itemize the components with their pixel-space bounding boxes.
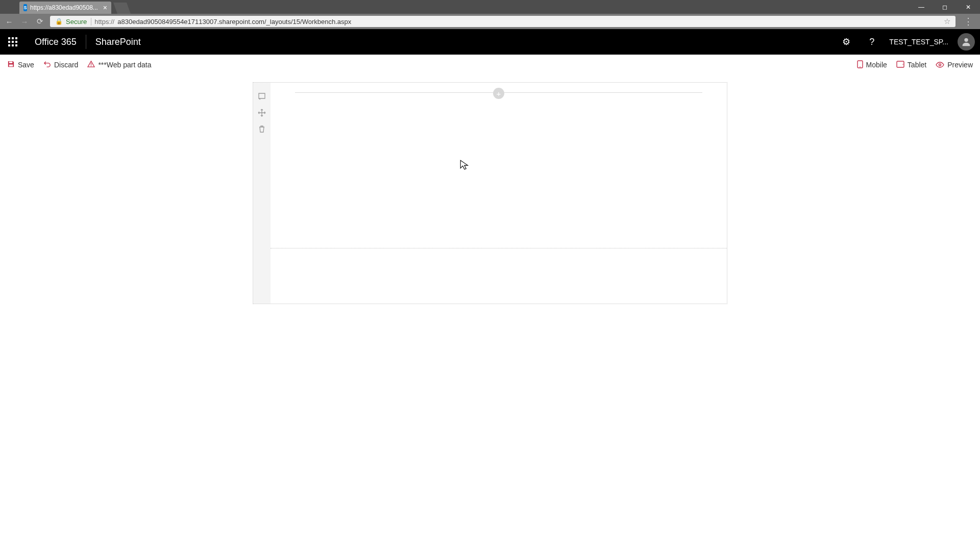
- address-bar[interactable]: 🔒 Secure https://a830edad9050849554e1711…: [50, 16, 955, 27]
- mouse-cursor: [459, 159, 471, 172]
- settings-button[interactable]: ⚙: [838, 34, 854, 50]
- svg-point-7: [939, 64, 941, 66]
- help-icon: ?: [869, 37, 874, 47]
- browser-tabstrip: S https://a830edad90508... × — ◻ ✕: [0, 0, 980, 14]
- svg-rect-2: [91, 65, 91, 66]
- browser-menu-icon[interactable]: ⋮: [961, 16, 976, 27]
- preview-label: Preview: [947, 61, 973, 69]
- eye-icon: [936, 61, 944, 69]
- suite-brand[interactable]: Office 365: [26, 35, 86, 49]
- waffle-icon: [8, 37, 17, 46]
- webpart-data-button[interactable]: ***Web part data: [87, 60, 151, 69]
- move-section-button[interactable]: [257, 108, 266, 117]
- window-maximize-icon[interactable]: ◻: [933, 0, 957, 14]
- command-bar: Save Discard ***Web part data Mobile T: [0, 55, 980, 75]
- mobile-icon: [857, 60, 863, 70]
- bookmark-star-icon[interactable]: ☆: [944, 17, 950, 26]
- section-toolbar: [253, 83, 271, 304]
- user-avatar[interactable]: [958, 33, 975, 51]
- reload-button[interactable]: ⟳: [35, 17, 45, 26]
- canvas-section[interactable]: +: [253, 82, 727, 304]
- webpart-data-label: ***Web part data: [98, 61, 151, 69]
- workbench-canvas-area: +: [0, 75, 980, 304]
- tab-title: https://a830edad90508...: [30, 4, 98, 11]
- secure-label: Secure: [66, 18, 91, 26]
- trash-icon: [258, 125, 265, 133]
- plus-icon: +: [497, 90, 501, 97]
- window-close-icon[interactable]: ✕: [957, 0, 980, 14]
- warning-icon: [87, 60, 95, 69]
- browser-tab[interactable]: S https://a830edad90508... ×: [19, 2, 111, 14]
- browser-toolbar: ← → ⟳ 🔒 Secure https://a830edad905084955…: [0, 14, 980, 29]
- move-icon: [258, 109, 266, 117]
- forward-button: →: [19, 17, 30, 26]
- edit-section-button[interactable]: [257, 92, 266, 101]
- person-icon: [961, 36, 972, 47]
- webpart-zone[interactable]: [286, 95, 712, 248]
- tablet-view-button[interactable]: Tablet: [896, 61, 926, 69]
- add-webpart-row: +: [286, 90, 712, 95]
- lock-icon: 🔒: [55, 18, 63, 25]
- tab-close-icon[interactable]: ×: [103, 4, 107, 12]
- canvas-frame: +: [253, 82, 727, 304]
- url-scheme: https://: [94, 18, 114, 26]
- window-minimize-icon[interactable]: —: [910, 0, 933, 14]
- undo-icon: [43, 60, 51, 69]
- section-content: +: [271, 83, 727, 304]
- svg-point-4: [860, 66, 861, 67]
- user-display-name[interactable]: TEST_TEST_SP...: [889, 38, 948, 46]
- back-button[interactable]: ←: [4, 17, 14, 26]
- svg-point-0: [964, 38, 968, 42]
- save-icon: [7, 60, 15, 69]
- delete-section-button[interactable]: [257, 124, 266, 134]
- svg-rect-1: [91, 63, 91, 65]
- suite-app-name[interactable]: SharePoint: [86, 37, 150, 47]
- add-webpart-button[interactable]: +: [493, 88, 504, 99]
- save-label: Save: [18, 61, 34, 69]
- mobile-view-button[interactable]: Mobile: [857, 60, 887, 70]
- tablet-label: Tablet: [908, 61, 926, 69]
- url-text: a830edad9050849554e17113007.sharepoint.c…: [117, 18, 351, 26]
- tab-favicon: S: [23, 4, 27, 11]
- suite-header: Office 365 SharePoint ⚙ ? TEST_TEST_SP..…: [0, 29, 980, 55]
- app-launcher-button[interactable]: [0, 29, 26, 55]
- gear-icon: ⚙: [842, 36, 850, 47]
- edit-icon: [258, 92, 266, 101]
- empty-zone[interactable]: [286, 248, 712, 293]
- mobile-label: Mobile: [866, 61, 887, 69]
- discard-button[interactable]: Discard: [43, 60, 78, 69]
- discard-label: Discard: [54, 61, 78, 69]
- new-tab-button[interactable]: [113, 3, 131, 14]
- svg-point-6: [902, 64, 903, 65]
- preview-button[interactable]: Preview: [936, 61, 973, 69]
- help-button[interactable]: ?: [864, 34, 880, 50]
- tablet-icon: [896, 61, 904, 69]
- save-button[interactable]: Save: [7, 60, 34, 69]
